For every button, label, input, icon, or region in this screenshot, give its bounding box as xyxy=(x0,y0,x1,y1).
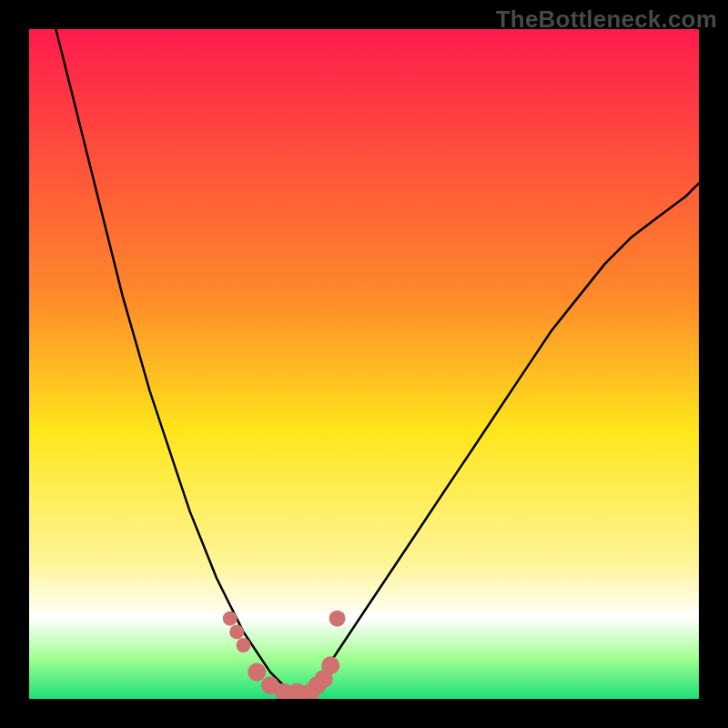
chart-frame: TheBottleneck.com xyxy=(0,0,728,728)
background-gradient xyxy=(29,29,699,699)
marker-dot xyxy=(329,611,346,627)
chart-svg xyxy=(29,29,699,699)
marker-dot xyxy=(223,612,238,626)
marker-dot xyxy=(248,663,266,682)
plot-area xyxy=(29,29,699,699)
marker-dot xyxy=(229,624,244,639)
marker-dot xyxy=(321,656,339,674)
marker-dot xyxy=(237,638,251,652)
watermark-text: TheBottleneck.com xyxy=(496,5,717,34)
